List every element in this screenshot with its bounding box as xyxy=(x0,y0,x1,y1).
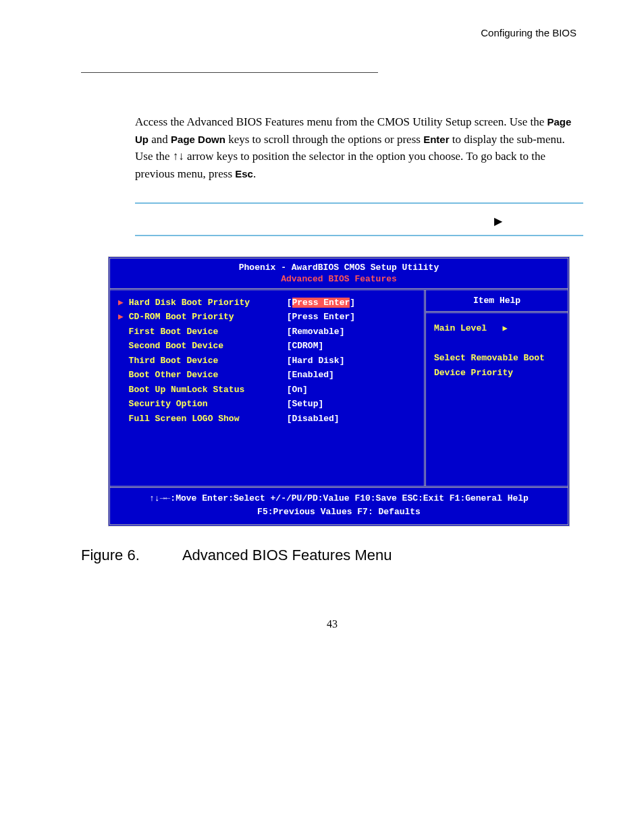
key-pagedown: Page Down xyxy=(171,134,225,145)
intro-paragraph: Access the Advanced BIOS Features menu f… xyxy=(135,113,583,182)
bios-screen: Phoenix - AwardBIOS CMOS Setup Utility A… xyxy=(108,256,570,526)
level-arrow-icon: ▶ xyxy=(502,324,507,333)
bios-subtitle: Advanced BIOS Features xyxy=(110,274,568,288)
bios-footer: ↑↓→←:Move Enter:Select +/-/PU/PD:Value F… xyxy=(110,488,568,524)
key-enter: Enter xyxy=(423,134,449,145)
bios-row[interactable]: Security Option [Setup] xyxy=(118,397,416,411)
figure-number: Figure 6. xyxy=(81,547,179,564)
bios-row[interactable]: First Boot Device [Removable] xyxy=(118,325,416,339)
bios-footer-line1: ↑↓→←:Move Enter:Select +/-/PU/PD:Value F… xyxy=(113,492,565,505)
key-esc: Esc xyxy=(235,168,253,180)
section-rule xyxy=(81,72,378,73)
page-number: 43 xyxy=(81,618,583,630)
note-bar: ▶ xyxy=(135,202,583,236)
bios-options-panel: ▶ Hard Disk Boot Priority [Press Enter]▶… xyxy=(110,290,426,486)
note-arrow-icon: ▶ xyxy=(494,215,502,227)
figure-title: Advanced BIOS Features Menu xyxy=(182,547,392,563)
intro-text: keys to scroll through the options or pr… xyxy=(225,133,423,146)
bios-row[interactable]: Full Screen LOGO Show [Disabled] xyxy=(118,412,416,426)
bios-row[interactable]: Boot Up NumLock Status [On] xyxy=(118,383,416,397)
bios-row[interactable]: Third Boot Device [Hard Disk] xyxy=(118,354,416,368)
figure-caption: Figure 6. Advanced BIOS Features Menu xyxy=(81,547,583,564)
intro-text: arrow keys to position the selector in t… xyxy=(135,150,545,180)
bios-row[interactable]: Second Boot Device [CDROM] xyxy=(118,339,416,353)
bios-row[interactable]: ▶ CD-ROM Boot Priority [Press Enter] xyxy=(118,310,416,324)
bios-help-main-level: Main Level ▶ xyxy=(434,321,560,336)
bios-help-body: Main Level ▶ Select Removable Boot Devic… xyxy=(426,313,568,389)
bios-body: ▶ Hard Disk Boot Priority [Press Enter]▶… xyxy=(110,288,568,488)
intro-text: and xyxy=(149,133,171,146)
header-section: Configuring the BIOS xyxy=(81,27,583,38)
bios-row[interactable]: Boot Other Device [Enabled] xyxy=(118,368,416,382)
bios-help-title: Item Help xyxy=(426,290,568,313)
bios-title: Phoenix - AwardBIOS CMOS Setup Utility xyxy=(110,258,568,274)
bios-footer-line2: F5:Previous Values F7: Defaults xyxy=(113,505,565,519)
arrow-keys: ↑↓ xyxy=(173,150,184,163)
bios-row[interactable]: ▶ Hard Disk Boot Priority [Press Enter] xyxy=(118,296,416,310)
bios-help-line: Device Priority xyxy=(434,366,560,381)
intro-text: . xyxy=(253,167,256,180)
bios-help-panel: Item Help Main Level ▶ Select Removable … xyxy=(426,290,568,486)
bios-help-line: Select Removable Boot xyxy=(434,351,560,366)
intro-text: Access the Advanced BIOS Features menu f… xyxy=(135,115,547,128)
